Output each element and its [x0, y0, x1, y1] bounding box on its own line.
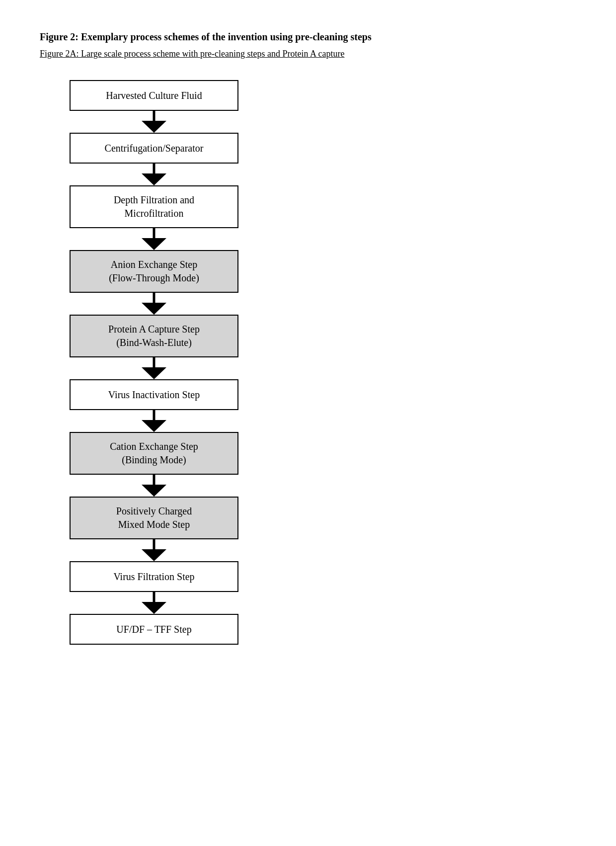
figure-subtitle: Figure 2A: Large scale process scheme wi… — [40, 48, 576, 60]
arrow-8 — [70, 539, 238, 561]
flowchart: Harvested Culture Fluid Centrifugation/S… — [40, 80, 576, 645]
step-uf-df-tff: UF/DF – TFF Step — [70, 614, 238, 645]
arrow-3 — [70, 228, 238, 250]
svg-marker-13 — [142, 485, 166, 497]
svg-marker-9 — [142, 367, 166, 379]
svg-marker-11 — [142, 420, 166, 432]
arrow-7 — [70, 475, 238, 497]
step-centrifugation: Centrifugation/Separator — [70, 133, 238, 164]
svg-marker-3 — [142, 173, 166, 185]
arrow-6 — [70, 410, 238, 432]
arrow-4 — [70, 293, 238, 315]
svg-marker-15 — [142, 549, 166, 561]
step-harvested-culture-fluid: Harvested Culture Fluid — [70, 80, 238, 111]
svg-marker-17 — [142, 602, 166, 614]
arrow-5 — [70, 357, 238, 379]
step-anion-exchange: Anion Exchange Step (Flow-Through Mode) — [70, 250, 238, 293]
arrow-1 — [70, 111, 238, 133]
arrow-2 — [70, 164, 238, 185]
step-depth-filtration: Depth Filtration and Microfiltration — [70, 185, 238, 228]
arrow-9 — [70, 592, 238, 614]
svg-marker-1 — [142, 121, 166, 133]
step-cation-exchange: Cation Exchange Step (Binding Mode) — [70, 432, 238, 475]
step-protein-a-capture: Protein A Capture Step (Bind-Wash-Elute) — [70, 315, 238, 357]
figure-title: Figure 2: Exemplary process schemes of t… — [40, 30, 576, 44]
step-virus-inactivation: Virus Inactivation Step — [70, 379, 238, 410]
step-virus-filtration: Virus Filtration Step — [70, 561, 238, 592]
svg-marker-5 — [142, 238, 166, 250]
step-positively-charged-mixed-mode: Positively Charged Mixed Mode Step — [70, 497, 238, 539]
svg-marker-7 — [142, 303, 166, 315]
